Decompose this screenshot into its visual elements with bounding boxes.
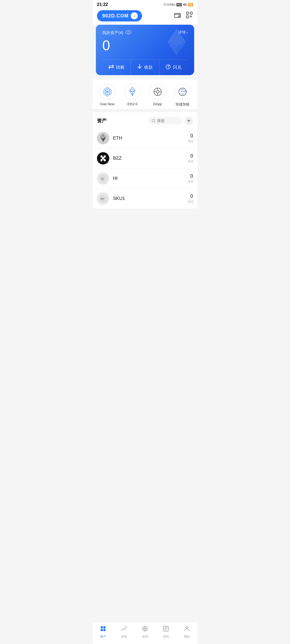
transfer-icon — [108, 65, 114, 70]
bzz-name: BZZ — [113, 156, 188, 161]
brand-text: 902D.COM — [102, 13, 129, 19]
sku1-logo: SK — [97, 192, 109, 205]
svg-text:SK: SK — [100, 197, 104, 200]
svg-point-8 — [126, 30, 131, 34]
svg-point-9 — [128, 31, 129, 33]
svg-rect-42 — [103, 629, 106, 631]
quick-actions: Gas Now Eth2.0 DApp — [93, 79, 197, 109]
sku1-amounts: 0 ¥ 0 — [188, 193, 193, 204]
sku1-name: SKU1 — [113, 196, 188, 201]
flash-swap-button[interactable]: 闪兑 — [159, 60, 188, 75]
brand-button[interactable]: 902D.COM › — [97, 10, 142, 21]
hi-balance: 0 — [188, 173, 193, 179]
hi-cny: ¥ 0 — [188, 180, 193, 184]
hi-logo: hi — [97, 172, 109, 185]
profile-nav-icon — [184, 625, 190, 634]
brand-arrow-icon: › — [131, 12, 138, 19]
svg-point-45 — [144, 628, 146, 630]
status-bar: 21:22 27.8 KB/s HD 4G 18 — [93, 0, 197, 8]
hi-amounts: 0 ¥ 0 — [188, 173, 193, 184]
search-area: + — [148, 116, 193, 125]
dapp-icon-wrap — [150, 84, 166, 100]
flash-swap-icon — [165, 64, 171, 71]
flash-swap-label: 闪兑 — [173, 65, 182, 70]
receive-button[interactable]: 收款 — [130, 60, 159, 75]
eth-logo — [97, 132, 109, 144]
eth2-icon-wrap — [124, 84, 140, 100]
svg-rect-39 — [101, 626, 103, 628]
assets-nav-icon — [100, 625, 106, 634]
svg-rect-3 — [190, 12, 192, 14]
eth-watermark — [165, 27, 189, 58]
quick-item-quick-chain[interactable]: EVM 快捷加链 — [175, 84, 191, 107]
status-icons: 27.8 KB/s HD 4G 18 — [164, 3, 193, 6]
svg-point-18 — [156, 90, 159, 93]
svg-point-30 — [100, 155, 103, 158]
receive-label: 收款 — [144, 65, 153, 70]
sku1-balance: 0 — [188, 193, 193, 199]
svg-rect-4 — [186, 16, 189, 18]
eye-icon[interactable] — [125, 30, 131, 36]
quick-item-gas-now[interactable]: Gas Now — [99, 84, 115, 107]
eth2-label: Eth2.0 — [127, 102, 137, 106]
nav-item-market[interactable]: 市场 — [114, 624, 135, 640]
asset-card: 我的资产(¥) 详情 › 0 转账 — [96, 25, 194, 75]
svg-text:EVM: EVM — [181, 90, 186, 93]
quick-item-eth2[interactable]: Eth2.0 — [124, 84, 140, 107]
add-asset-button[interactable]: + — [184, 116, 193, 125]
bzz-cny: ¥ 0 — [188, 159, 193, 163]
bzz-logo — [97, 152, 109, 164]
asset-item-bzz[interactable]: BZZ 0 ¥ 0 — [93, 148, 197, 169]
svg-point-32 — [100, 159, 103, 161]
nav-label-assets: 资产 — [100, 635, 106, 639]
nav-label-profile: 我的 — [184, 635, 190, 639]
search-icon — [152, 119, 155, 123]
nav-label-news: 资讯 — [163, 635, 169, 639]
status-time: 21:22 — [97, 2, 108, 7]
transfer-button[interactable]: 转账 — [102, 60, 130, 75]
bzz-balance: 0 — [188, 153, 193, 159]
search-box[interactable] — [148, 117, 182, 125]
eth-cny: ¥ 0 — [188, 139, 193, 143]
svg-point-34 — [102, 157, 104, 160]
battery-icon: 18 — [188, 3, 193, 6]
eth-name: ETH — [113, 136, 188, 141]
market-nav-icon — [121, 625, 127, 634]
header: 902D.COM › — [93, 8, 197, 25]
svg-text:hi: hi — [101, 177, 104, 181]
transfer-label: 转账 — [116, 65, 125, 70]
scan-icon[interactable] — [186, 11, 193, 20]
assets-section: 资产 + ETH 0 ¥ 0 — [93, 112, 197, 209]
asset-item-hi[interactable]: hi HI 0 ¥ 0 — [93, 169, 197, 189]
quick-item-dapp[interactable]: DApp — [150, 84, 166, 107]
receive-icon — [137, 64, 142, 71]
asset-label: 我的资产(¥) — [102, 30, 131, 36]
search-input[interactable] — [157, 119, 179, 123]
gas-now-icon-wrap — [99, 84, 115, 100]
svg-point-33 — [104, 159, 106, 161]
quick-chain-label: 快捷加链 — [176, 102, 190, 107]
speed-indicator: 27.8 KB/s — [164, 3, 175, 6]
nav-item-news[interactable]: 资讯 — [155, 624, 176, 640]
asset-item-eth[interactable]: ETH 0 ¥ 0 — [93, 128, 197, 148]
nav-item-assets[interactable]: 资产 — [93, 624, 114, 640]
asset-actions: 转账 收款 闪兑 — [102, 60, 188, 75]
svg-point-43 — [126, 627, 127, 628]
eth-balance: 0 — [188, 133, 193, 139]
nav-item-profile[interactable]: 我的 — [176, 624, 197, 640]
add-wallet-icon[interactable] — [174, 11, 181, 20]
svg-rect-40 — [101, 629, 103, 631]
nav-item-discover[interactable]: 发现 — [135, 624, 155, 640]
assets-header: 资产 + — [93, 112, 197, 128]
bzz-amounts: 0 ¥ 0 — [188, 153, 193, 163]
hd-badge: HD — [176, 3, 182, 6]
network-icon: 4G — [183, 3, 187, 6]
nav-label-discover: 发现 — [142, 635, 148, 639]
hi-name: HI — [113, 176, 188, 181]
quick-chain-icon-wrap: EVM — [175, 84, 191, 100]
bottom-nav: 资产 市场 发现 — [93, 622, 197, 644]
nav-label-market: 市场 — [121, 635, 127, 639]
svg-point-31 — [104, 155, 106, 158]
sku1-cny: ¥ 0 — [188, 200, 193, 204]
asset-item-sku1[interactable]: SK SKU1 0 ¥ 0 — [93, 189, 197, 209]
